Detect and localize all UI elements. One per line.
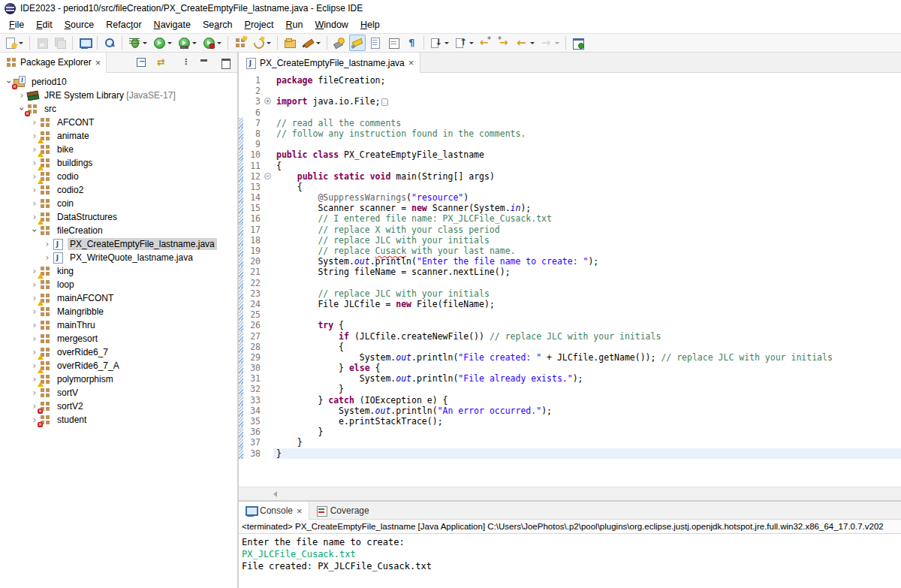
previous-annotation-button[interactable] (453, 35, 476, 51)
tree-item-mainafcont[interactable]: ›mainAFCONT (0, 291, 237, 305)
maximize-button[interactable] (217, 54, 234, 71)
code-line[interactable]: 35 e.printStackTrace(); (239, 416, 901, 427)
code-line[interactable]: 24 File JLCfile = new File(fileName); (239, 299, 901, 309)
code-line[interactable]: 18 // replace JLC with your initials (239, 235, 901, 246)
collapse-fold-icon[interactable]: − (264, 173, 271, 179)
view-menu-button[interactable] (175, 54, 191, 71)
code-line[interactable]: 2 (239, 86, 901, 96)
chevron-collapsed-icon[interactable]: › (30, 388, 39, 397)
tree-item-codio2[interactable]: ›codio2 (0, 183, 237, 197)
run-button[interactable] (151, 35, 174, 51)
code-line[interactable]: 37 } (239, 437, 901, 448)
external-tools-button[interactable] (300, 35, 323, 51)
tree-item-mergesort[interactable]: ›mergesort (0, 332, 237, 345)
code-line[interactable]: 38} (239, 448, 901, 459)
dropdown-caret-icon[interactable] (555, 42, 559, 44)
code-line[interactable]: 20 System.out.println("Enter the file na… (239, 256, 901, 267)
open-element-button[interactable] (101, 35, 118, 51)
editor-horizontal-scrollbar[interactable] (239, 487, 901, 500)
tab-package-explorer[interactable]: Package Explorer × (0, 53, 107, 73)
chevron-collapsed-icon[interactable]: › (30, 118, 39, 127)
tree-item-src[interactable]: ›src (0, 102, 237, 116)
code-line[interactable]: 26 try { (239, 320, 901, 330)
new-java-project-button[interactable] (232, 35, 249, 51)
next-edit-location-button[interactable] (496, 35, 512, 51)
chevron-collapsed-icon[interactable]: › (17, 91, 26, 100)
tree-item-king[interactable]: ›king (0, 264, 237, 278)
chevron-collapsed-icon[interactable]: › (43, 240, 52, 249)
menu-source[interactable]: Source (59, 18, 101, 32)
code-line[interactable]: 17 // replace X with your class period (239, 225, 901, 235)
tab-console[interactable]: Console× (239, 502, 309, 520)
new-editor-window-button[interactable] (570, 35, 586, 51)
tree-item-datastructures[interactable]: ›DataStructures (0, 210, 237, 224)
show-whitespace-button[interactable] (403, 35, 420, 51)
menu-window[interactable]: Window (309, 18, 354, 32)
mark-occurrences-button[interactable] (349, 35, 366, 51)
dropdown-caret-icon[interactable] (167, 42, 172, 44)
new-wizard-button[interactable] (2, 35, 26, 51)
code-line[interactable]: 33 } catch (IOException e) { (239, 395, 901, 406)
menu-file[interactable]: File (3, 18, 30, 32)
tree-item-sortv[interactable]: ›sortV (0, 386, 237, 400)
tree-item-afcont[interactable]: ›AFCONT (0, 116, 237, 129)
menu-help[interactable]: Help (354, 18, 386, 32)
tree-item-period10[interactable]: ›period10 (0, 75, 237, 89)
code-line[interactable]: 7// read all the comments (239, 118, 901, 128)
link-with-editor-button[interactable] (154, 54, 170, 71)
chevron-collapsed-icon[interactable]: › (30, 321, 39, 330)
tree-item-override6-7[interactable]: ›overRide6_7 (0, 345, 237, 359)
code-line[interactable]: 32 } (239, 384, 901, 394)
tree-item-mainthru[interactable]: ›mainThru (0, 318, 237, 332)
code-line[interactable]: 25 (239, 309, 901, 320)
code-line[interactable]: 31 System.out.println("File already exis… (239, 373, 901, 384)
coverage-button[interactable] (176, 35, 199, 51)
code-line[interactable]: 10public class PX_CreateEmptyFile_lastna… (239, 149, 901, 160)
code-line[interactable]: 30 } else { (239, 363, 901, 373)
tree-item-buildings[interactable]: ›buildings (0, 156, 237, 170)
tree-item-bike[interactable]: ›bike (0, 143, 237, 156)
code-line[interactable]: 28 { (239, 342, 901, 352)
open-type-button[interactable] (282, 35, 298, 51)
chevron-collapsed-icon[interactable]: › (30, 199, 39, 208)
scroll-left-arrow-icon[interactable] (273, 491, 277, 497)
chevron-collapsed-icon[interactable]: › (30, 185, 39, 194)
dropdown-caret-icon[interactable] (316, 42, 321, 44)
code-editor[interactable]: 1package fileCreation;23+import java.io.… (239, 73, 901, 487)
chevron-expanded-icon[interactable]: › (30, 226, 39, 235)
chevron-collapsed-icon[interactable]: › (30, 307, 39, 316)
code-line[interactable]: 34 System.out.println("An error occurred… (239, 406, 901, 416)
menu-project[interactable]: Project (239, 18, 280, 32)
tree-item-animate[interactable]: ›animate (0, 129, 237, 143)
menu-search[interactable]: Search (197, 18, 239, 32)
code-line[interactable]: 9 (239, 139, 901, 149)
code-line[interactable]: 36 } (239, 427, 901, 437)
chevron-collapsed-icon[interactable]: › (43, 253, 52, 262)
tab-editor-file[interactable]: PX_CreateEmptyFile_lastname.java × (239, 53, 420, 73)
menu-refactor[interactable]: Refactor (100, 18, 147, 32)
show-selected-element-button[interactable] (385, 35, 402, 51)
dropdown-caret-icon[interactable] (469, 42, 474, 44)
close-icon[interactable]: × (297, 506, 303, 516)
console-output[interactable]: Enter the file name to create: PX_JLCFil… (239, 534, 901, 588)
debug-button[interactable] (126, 35, 149, 51)
code-line[interactable]: 15 Scanner scanner = new Scanner(System.… (239, 203, 901, 213)
code-line[interactable]: 1package fileCreation; (239, 75, 901, 86)
code-line[interactable]: 13 { (239, 182, 901, 192)
tree-item-filecreation[interactable]: ›fileCreation (0, 224, 237, 237)
menu-edit[interactable]: Edit (30, 18, 59, 32)
tree-item-override6-7-a[interactable]: ›overRide6_7_A (0, 359, 237, 372)
code-line[interactable]: 22 (239, 278, 901, 288)
code-line[interactable]: 23 // replace JLC with your initials (239, 288, 901, 299)
dropdown-caret-icon[interactable] (192, 42, 197, 44)
dropdown-caret-icon[interactable] (217, 42, 221, 44)
code-line[interactable]: 27 if (JLCfile.createNewFile()) // repla… (239, 331, 901, 342)
tree-item-coin[interactable]: ›coin (0, 197, 237, 210)
menu-run[interactable]: Run (279, 18, 309, 32)
tree-item-sortv2[interactable]: ›sortV2 (0, 400, 237, 413)
last-edit-location-button[interactable] (478, 35, 494, 51)
dropdown-caret-icon[interactable] (143, 42, 147, 44)
collapse-all-button[interactable] (133, 54, 149, 71)
terminal-button[interactable] (77, 35, 93, 51)
code-line[interactable]: 21 String fileName = scanner.nextLine(); (239, 267, 901, 277)
